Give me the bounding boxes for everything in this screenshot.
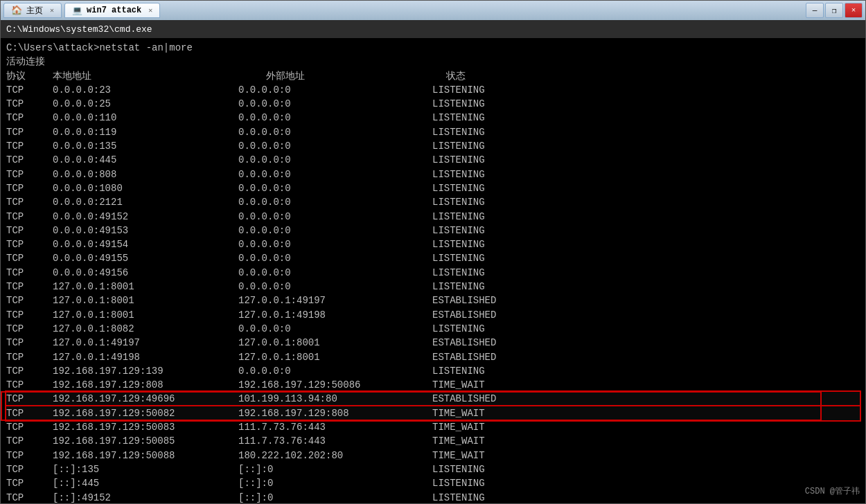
cell-local: 127.0.0.1:8001 <box>44 294 224 307</box>
header-local: 本地地址 <box>44 69 224 83</box>
cell-state: TIME_WAIT <box>391 420 485 434</box>
cell-local: 192.168.197.129:49696 <box>44 392 224 406</box>
table-header: 协议 本地地址 外部地址 状态 <box>6 69 860 83</box>
cell-proto: TCP <box>6 462 44 476</box>
cell-state: LISTENING <box>391 476 485 490</box>
table-row: TCP0.0.0.0:491550.0.0.0:0LISTENING <box>6 251 860 265</box>
cell-proto: TCP <box>6 350 44 364</box>
cell-local: 0.0.0.0:49153 <box>44 224 224 237</box>
cell-state: TIME_WAIT <box>391 378 485 392</box>
cell-state: LISTENING <box>391 181 485 195</box>
cell-state: ESTABLISHED <box>391 308 496 322</box>
cell-proto: TCP <box>6 392 44 406</box>
window-controls: — ❐ × <box>806 3 863 18</box>
table-row: TCP127.0.0.1:80010.0.0.0:0LISTENING <box>6 280 860 294</box>
cell-local: 0.0.0.0:23 <box>44 83 224 97</box>
cell-remote: 127.0.0.1:8001 <box>224 336 391 350</box>
cell-local: 0.0.0.0:25 <box>44 97 224 111</box>
watermark: CSDN @管子祎 <box>805 486 860 498</box>
cell-proto: TCP <box>6 125 44 139</box>
cell-state: TIME_WAIT <box>391 406 485 420</box>
table-row: TCP0.0.0.0:491540.0.0.0:0LISTENING <box>6 237 860 251</box>
table-row: TCP0.0.0.0:1100.0.0.0:0LISTENING <box>6 111 860 125</box>
table-row: TCP[::]:135[::]:0LISTENING <box>6 462 860 476</box>
table-row: TCP127.0.0.1:49198127.0.0.1:8001ESTABLIS… <box>6 350 860 364</box>
cell-local: 0.0.0.0:135 <box>44 139 224 153</box>
cell-remote: [::]:0 <box>224 491 391 504</box>
cell-state: TIME_WAIT <box>391 449 485 462</box>
cell-proto: TCP <box>6 224 44 237</box>
cell-state: LISTENING <box>391 266 485 280</box>
cell-remote: 127.0.0.1:49198 <box>224 308 391 322</box>
table-row: TCP127.0.0.1:49197127.0.0.1:8001ESTABLIS… <box>6 336 860 350</box>
cell-local: [::]:49152 <box>44 491 224 504</box>
table-row: TCP127.0.0.1:80820.0.0.0:0LISTENING <box>6 322 860 336</box>
cell-remote: 111.7.73.76:443 <box>224 420 391 434</box>
table-row: TCP0.0.0.0:491520.0.0.0:0LISTENING <box>6 210 860 224</box>
tab-win7-close[interactable]: ✕ <box>148 6 152 15</box>
table-row: TCP0.0.0.0:8080.0.0.0:0LISTENING <box>6 168 860 181</box>
cell-proto: TCP <box>6 308 44 322</box>
table-row: TCP192.168.197.129:1390.0.0.0:0LISTENING <box>6 364 860 378</box>
table-row: TCP0.0.0.0:491530.0.0.0:0LISTENING <box>6 224 860 237</box>
close-button[interactable]: × <box>845 3 863 18</box>
cell-local: 0.0.0.0:119 <box>44 125 224 139</box>
cell-remote: 0.0.0.0:0 <box>224 322 391 336</box>
cell-proto: TCP <box>6 237 44 251</box>
cell-proto: TCP <box>6 266 44 280</box>
cell-state: LISTENING <box>391 83 485 97</box>
table-row: TCP0.0.0.0:230.0.0.0:0LISTENING <box>6 83 860 97</box>
section-title: 活动连接 <box>6 55 860 69</box>
window-frame: 🏠 主页 ✕ 💻 win7 attack ✕ — ❐ × C:\Windows\… <box>0 0 866 504</box>
tab-win7[interactable]: 💻 win7 attack ✕ <box>64 3 160 18</box>
cell-state: LISTENING <box>391 195 485 209</box>
cell-local: 192.168.197.129:50083 <box>44 420 224 434</box>
title-bar: 🏠 主页 ✕ 💻 win7 attack ✕ — ❐ × <box>1 1 865 20</box>
cell-proto: TCP <box>6 97 44 111</box>
cell-local: 127.0.0.1:8001 <box>44 280 224 294</box>
cell-remote: 192.168.197.129:808 <box>224 406 391 420</box>
cell-remote: 0.0.0.0:0 <box>224 153 391 167</box>
cell-proto: TCP <box>6 491 44 504</box>
address-text: C:\Windows\system32\cmd.exe <box>6 24 152 35</box>
cell-state: LISTENING <box>391 491 485 504</box>
table-row: TCP127.0.0.1:8001127.0.0.1:49197ESTABLIS… <box>6 294 860 307</box>
cell-local: 192.168.197.129:139 <box>44 364 224 378</box>
cell-proto: TCP <box>6 251 44 265</box>
cmd-prompt: C:\Users\attack>netstat -an|more <box>6 41 860 55</box>
minimize-button[interactable]: — <box>806 3 824 18</box>
cell-proto: TCP <box>6 153 44 167</box>
table-body: TCP0.0.0.0:230.0.0.0:0LISTENINGTCP0.0.0.… <box>6 83 860 503</box>
cell-proto: TCP <box>6 476 44 490</box>
cell-proto: TCP <box>6 434 44 448</box>
cell-proto: TCP <box>6 83 44 97</box>
cell-remote: 0.0.0.0:0 <box>224 237 391 251</box>
cell-state: ESTABLISHED <box>391 336 496 350</box>
cell-state: LISTENING <box>391 111 485 125</box>
table-row: TCP0.0.0.0:10800.0.0.0:0LISTENING <box>6 181 860 195</box>
cell-state: LISTENING <box>391 97 485 111</box>
tab-home[interactable]: 🏠 主页 ✕ <box>3 3 62 18</box>
cell-proto: TCP <box>6 181 44 195</box>
table-row: TCP0.0.0.0:491560.0.0.0:0LISTENING <box>6 266 860 280</box>
cell-proto: TCP <box>6 195 44 209</box>
table-row: TCP[::]:49152[::]:0LISTENING <box>6 491 860 504</box>
restore-button[interactable]: ❐ <box>825 3 843 18</box>
cell-local: 0.0.0.0:808 <box>44 168 224 181</box>
table-row: TCP192.168.197.129:49696101.199.113.94:8… <box>6 392 860 406</box>
table-row: TCP192.168.197.129:50085111.7.73.76:443T… <box>6 434 860 448</box>
cell-state: LISTENING <box>391 251 485 265</box>
cell-state: LISTENING <box>391 168 485 181</box>
cell-local: 127.0.0.1:49197 <box>44 336 224 350</box>
cell-remote: 0.0.0.0:0 <box>224 125 391 139</box>
cell-state: LISTENING <box>391 224 485 237</box>
tab-home-close: ✕ <box>50 6 54 15</box>
cell-proto: TCP <box>6 449 44 462</box>
cell-proto: TCP <box>6 378 44 392</box>
cell-local: 0.0.0.0:2121 <box>44 195 224 209</box>
cell-remote: 0.0.0.0:0 <box>224 266 391 280</box>
cell-remote: 127.0.0.1:8001 <box>224 350 391 364</box>
cell-local: 0.0.0.0:445 <box>44 153 224 167</box>
address-bar: C:\Windows\system32\cmd.exe <box>1 20 865 38</box>
cell-proto: TCP <box>6 322 44 336</box>
